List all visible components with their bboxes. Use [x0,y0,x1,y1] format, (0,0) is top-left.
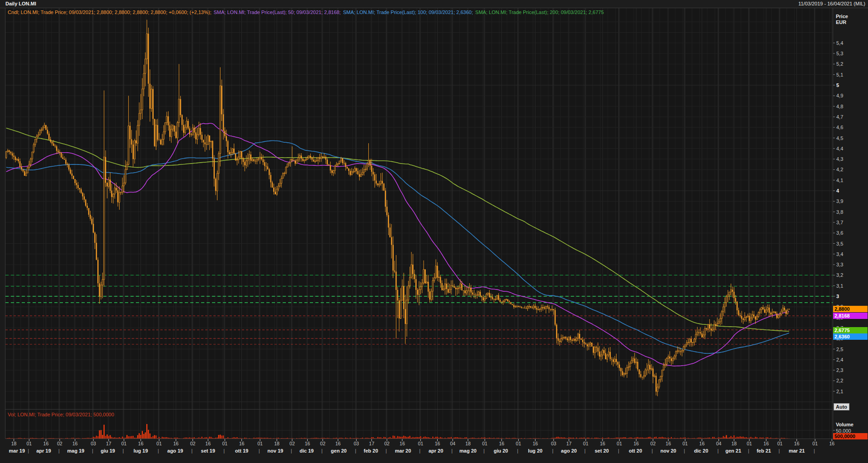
price-marker-3: 2,6360 [833,333,868,340]
price-axis-title: PriceEUR [836,14,848,25]
date-tick-label: 03 [551,441,556,446]
legend-segment-2[interactable]: SMA; LON.MI; Trade Price(Last); 100; 09/… [343,10,474,15]
month-separator: | [321,448,323,453]
price-tick-label: 3,1 [836,283,843,289]
date-tick-label: 16 [173,441,178,446]
price-tick-label: 3,6 [836,230,843,236]
month-label: giu 20 [494,448,508,453]
date-tick-label: 18 [11,441,17,446]
volume-axis-title: Volume [836,422,854,427]
date-tick-label: 01 [418,441,424,446]
auto-scale-button[interactable]: Auto [834,403,849,410]
month-separator: | [92,448,93,453]
volume-legend-text[interactable]: Vol; LON.MI; Trade Price; 09/03/2021; 50… [8,412,114,417]
month-separator: | [355,448,356,453]
date-tick-label: 16 [435,441,440,446]
date-tick-label: 16 [794,441,800,446]
price-chart-canvas[interactable]: 2,12,22,32,42,52,62,72,82,933,13,23,33,4… [0,0,868,463]
month-separator: | [684,448,685,453]
month-label: dic 19 [299,448,313,453]
date-tick-label: 16 [829,441,834,446]
date-tick-label: 02 [289,441,295,446]
date-tick-label: 01 [482,441,487,446]
date-tick-label: 01 [812,441,818,446]
date-tick-label: 03 [354,441,359,446]
legend-segment-0[interactable]: Cndl; LON.MI; Trade Price; 09/03/2021; 2… [8,10,213,15]
plot-background [5,8,833,439]
month-label: mag 20 [459,448,477,453]
date-tick-label: 01 [257,441,263,446]
date-tick-label: 16 [665,441,671,446]
month-label: ott 20 [629,448,642,453]
month-label: gen 21 [725,448,741,453]
month-label: mar 19 [9,448,25,453]
date-tick-label: 04 [716,441,722,446]
price-tick-label: 4,8 [836,104,843,109]
month-label: mar 21 [789,448,805,453]
month-label: mag 19 [67,448,84,453]
month-separator: | [778,448,780,453]
date-tick-label: 16 [699,441,705,446]
price-tick-label: 3,2 [836,272,843,278]
month-separator: | [259,448,260,453]
month-separator: | [291,448,292,453]
price-tick-label: 2,3 [836,367,843,373]
month-label: set 20 [595,448,609,453]
month-label: lug 20 [528,448,543,453]
date-tick-label: 02 [320,441,326,446]
price-tick-label: 2,4 [836,357,843,362]
legend-segment-3[interactable]: SMA; LON.MI; Trade Price(Last); 200; 09/… [475,10,604,15]
price-tick-label: 4,9 [836,93,843,98]
price-tick-label: 3,7 [836,220,843,225]
month-label: lug 19 [134,448,148,453]
price-axis-title-line: Price [836,14,848,19]
month-separator: | [419,448,420,453]
price-tick-label: 4,6 [836,125,843,130]
volume-legend: Vol; LON.MI; Trade Price; 09/03/2021; 50… [8,412,114,417]
date-tick-label: 03 [91,441,96,446]
price-tick-label: 3,9 [836,198,843,204]
date-tick-label: 16 [239,441,245,446]
price-tick-label: 2,1 [836,389,843,394]
price-tick-label: 4,1 [836,178,843,183]
month-label: gen 20 [331,448,347,453]
month-separator: | [28,448,29,453]
date-tick-label: 16 [335,441,341,446]
month-separator: | [451,448,453,453]
price-tick-label: 3,8 [836,209,843,215]
date-tick-label: 16 [499,441,504,446]
price-tick-label: 3,3 [836,262,843,267]
month-separator: | [158,448,159,453]
month-label: feb 21 [757,448,771,453]
month-separator: | [717,448,719,453]
price-tick-label: 4,7 [836,114,843,120]
date-tick-label: 16 [533,441,538,446]
date-tick-label: 16 [205,441,211,446]
date-tick-label: 16 [305,441,310,446]
price-tick-label: 3,5 [836,241,843,246]
date-tick-label: 18 [731,441,737,446]
month-separator: | [483,448,485,453]
legend-segment-1[interactable]: SMA; LON.MI; Trade Price(Last); 50; 09/0… [214,10,342,15]
month-label: apr 19 [36,448,51,453]
date-tick-label: 16 [763,441,769,446]
month-separator: | [58,448,60,453]
date-tick-label: 17 [566,441,572,446]
price-tick-label: 5,1 [836,72,843,77]
month-separator: | [223,448,225,453]
month-label: ago 19 [167,448,183,453]
price-marker-2: 2,6775 [833,327,868,333]
date-tick-label: 02 [190,441,196,446]
month-separator: | [552,448,554,453]
date-tick-label: 17 [106,441,111,446]
price-axis-title-line: EUR [836,19,848,25]
date-tick-label: 01 [26,441,32,446]
date-tick-label: 02 [57,441,63,446]
price-tick-label: 3 [836,294,839,299]
volume-marker: 500,0000 [833,433,868,439]
price-marker-1: 2,8168 [833,313,868,319]
price-tick-label: 5,3 [836,51,843,56]
date-tick-label: 16 [43,441,49,446]
date-tick-label: 16 [72,441,78,446]
date-tick-label: 01 [156,441,162,446]
